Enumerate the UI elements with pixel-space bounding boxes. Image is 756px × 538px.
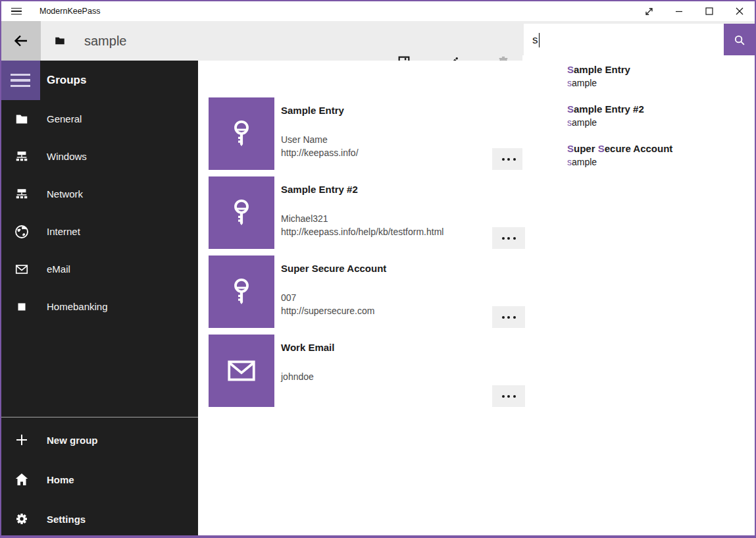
sidebar-item-label: Windows (47, 151, 87, 162)
titlebar-hamburger-icon[interactable] (1, 1, 32, 21)
minimize-icon (675, 7, 683, 15)
square-icon (13, 300, 30, 314)
mail-icon (209, 335, 274, 407)
network-icon (13, 187, 30, 202)
command-bar: sample (1, 21, 755, 61)
entry-row-sample-entry[interactable]: Sample Entry User Name http://keepass.in… (209, 97, 525, 170)
entry-url: http://supersecure.com (281, 304, 374, 317)
sidebar-item-new-group[interactable]: New group (0, 420, 198, 460)
sidebar-item-general[interactable]: General (0, 100, 198, 138)
group-list: General Windows (0, 100, 198, 325)
entry-url: http://keepass.info/ (281, 146, 359, 159)
text-cursor (539, 33, 540, 47)
close-icon (736, 7, 743, 15)
network-icon (13, 149, 30, 164)
sidebar-item-label: eMail (47, 263, 70, 275)
entry-username: Michael321 (281, 212, 328, 225)
close-button[interactable] (724, 1, 755, 21)
suggestion-title: Sample Entry (567, 63, 755, 76)
app-title: ModernKeePass (39, 7, 100, 16)
fullscreen-button[interactable] (634, 1, 664, 21)
sidebar-separator (0, 417, 198, 417)
sidebar-footer: New group Home Settings (0, 420, 198, 538)
entry-row-work-email[interactable]: Work Email johndoe (209, 335, 525, 407)
entry-title: Sample Entry (281, 105, 344, 116)
sidebar-item-label: Home (47, 474, 74, 485)
entry-row-sample-entry-2[interactable]: Sample Entry #2 Michael321 http://keepas… (209, 176, 525, 249)
minimize-button[interactable] (664, 1, 694, 21)
sidebar-item-homebanking[interactable]: Homebanking (0, 288, 198, 325)
app-window: ModernKeePass (0, 0, 756, 538)
globe-icon (13, 224, 30, 240)
window-controls (634, 1, 755, 21)
search-button[interactable] (724, 24, 755, 57)
plus-icon (13, 432, 30, 448)
entry-title: Work Email (281, 342, 334, 353)
entry-more-button[interactable] (492, 227, 525, 249)
sidebar-item-windows[interactable]: Windows (0, 138, 198, 175)
sidebar-item-network[interactable]: Network (0, 175, 198, 213)
suggestion-subtitle: sample (567, 76, 755, 90)
entry-row-super-secure-account[interactable]: Super Secure Account 007 http://supersec… (209, 256, 525, 328)
sidebar-item-settings[interactable]: Settings (0, 499, 198, 538)
titlebar: ModernKeePass (1, 1, 755, 21)
entry-more-button[interactable] (492, 385, 525, 407)
resize-diagonal-icon (644, 7, 654, 16)
sidebar-item-label: Homebanking (47, 301, 108, 312)
sidebar-item-label: Network (47, 188, 83, 200)
settings-gear-icon (13, 511, 30, 527)
mail-icon (13, 262, 30, 277)
key-icon (209, 97, 274, 170)
key-icon (209, 176, 274, 249)
database-folder-icon (54, 35, 66, 49)
key-icon (209, 256, 274, 328)
search-suggestions: Sample Entry sample Sample Entry #2 samp… (522, 55, 755, 198)
back-button[interactable] (1, 21, 41, 61)
back-arrow-icon (13, 33, 29, 49)
suggestion-subtitle: sample (567, 155, 755, 169)
sidebar-item-label: General (47, 113, 82, 124)
search-icon (732, 33, 747, 47)
nav-hamburger-button[interactable] (0, 61, 40, 100)
suggestion-sample-entry[interactable]: Sample Entry sample (567, 63, 755, 90)
entry-more-button[interactable] (492, 148, 525, 170)
sidebar-item-label: Settings (47, 514, 86, 525)
suggestion-sample-entry-2[interactable]: Sample Entry #2 sample (567, 103, 755, 129)
search-query-text: s (532, 34, 538, 47)
entry-username: johndoe (281, 370, 314, 383)
folder-icon (13, 112, 30, 126)
sidebar-item-internet[interactable]: Internet (0, 213, 198, 250)
home-icon (13, 471, 30, 487)
sidebar-item-email[interactable]: eMail (0, 250, 198, 288)
sidebar: Groups General Windows (0, 61, 198, 535)
entry-url: http://keepass.info/help/kb/testform.htm… (281, 225, 443, 238)
entry-username: 007 (281, 291, 296, 304)
maximize-button[interactable] (694, 1, 724, 21)
sidebar-item-label: Internet (47, 226, 80, 237)
maximize-icon (705, 7, 713, 15)
suggestion-subtitle: sample (567, 116, 755, 129)
suggestion-title: Sample Entry #2 (567, 103, 755, 116)
search-input[interactable]: s (524, 24, 724, 57)
suggestion-title: Super Secure Account (567, 142, 755, 155)
groups-header: Groups (47, 61, 86, 100)
sidebar-item-label: New group (47, 435, 98, 446)
entry-title: Super Secure Account (281, 263, 386, 274)
entry-title: Sample Entry #2 (281, 184, 358, 195)
entry-more-button[interactable] (492, 306, 525, 328)
suggestion-super-secure-account[interactable]: Super Secure Account sample (567, 142, 755, 169)
entry-username: User Name (281, 133, 328, 146)
database-title: sample (84, 21, 126, 61)
sidebar-item-home[interactable]: Home (0, 460, 198, 499)
